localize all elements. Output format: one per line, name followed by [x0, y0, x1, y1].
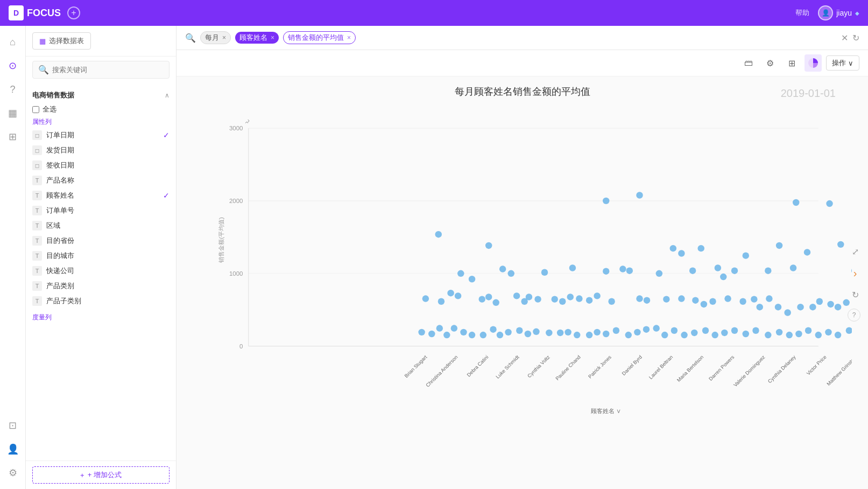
svg-point-143: [846, 327, 852, 334]
select-all-checkbox[interactable]: [32, 106, 39, 113]
field-label: 产品名称: [46, 176, 74, 185]
svg-text:›: ›: [243, 121, 250, 123]
field-customer-name[interactable]: T 顾客姓名 ✓: [26, 188, 176, 203]
svg-point-24: [776, 242, 782, 249]
sidebar-footer: + + 增加公式: [26, 460, 176, 489]
nav-table[interactable]: ⊞: [3, 127, 23, 146]
svg-point-43: [765, 267, 771, 274]
select-table-button[interactable]: ▦ 选择数据表: [32, 32, 91, 50]
logo[interactable]: D FOCUS: [9, 5, 61, 20]
nav-question[interactable]: ?: [3, 80, 23, 99]
field-region[interactable]: T 区域: [26, 218, 176, 233]
svg-point-82: [784, 309, 791, 316]
svg-point-30: [469, 276, 475, 282]
field-receive-date[interactable]: □ 签收日期: [26, 158, 176, 173]
field-dest-city[interactable]: T 目的城市: [26, 248, 176, 263]
svg-point-44: [790, 264, 796, 271]
field-product-cat[interactable]: T 产品类别: [26, 278, 176, 294]
svg-point-119: [603, 331, 609, 337]
svg-point-66: [586, 297, 592, 303]
nav-search[interactable]: ⊙: [3, 56, 23, 75]
field-courier[interactable]: T 快递公司: [26, 263, 176, 278]
sidebar-top: ▦ 选择数据表: [26, 26, 176, 57]
svg-point-135: [765, 332, 771, 338]
keyword-search-input[interactable]: [52, 66, 164, 74]
field-order-date[interactable]: □ 订单日期 ✓: [26, 128, 176, 143]
svg-text:Christina Anderson: Christina Anderson: [425, 354, 459, 388]
add-tab-button[interactable]: +: [67, 6, 80, 19]
svg-point-132: [731, 327, 738, 334]
svg-point-41: [720, 274, 726, 280]
field-order-num[interactable]: T 订单单号: [26, 203, 176, 218]
svg-point-85: [816, 298, 823, 305]
action-button[interactable]: 操作 ∨: [826, 55, 859, 71]
svg-text:Laurel Beltran: Laurel Beltran: [648, 354, 674, 380]
tag-close-icon[interactable]: ×: [347, 34, 351, 41]
nav-home[interactable]: ⌂: [3, 32, 23, 52]
field-dest-province[interactable]: T 目的省份: [26, 233, 176, 248]
svg-point-124: [653, 325, 659, 331]
svg-point-52: [438, 298, 444, 305]
tag-close-icon[interactable]: ×: [271, 34, 274, 41]
search-bar-right: ✕ ↻: [841, 33, 859, 43]
tag-avg-sales[interactable]: 销售金额的平均值 ×: [283, 31, 356, 44]
field-product-name[interactable]: T 产品名称: [26, 173, 176, 188]
date-type-icon: □: [32, 160, 42, 170]
svg-point-63: [559, 298, 566, 305]
help-chart-icon[interactable]: ?: [848, 309, 860, 322]
svg-point-120: [613, 327, 619, 334]
nav-user[interactable]: 👤: [3, 439, 23, 459]
svg-point-130: [711, 332, 718, 338]
keyword-search[interactable]: 🔍: [32, 61, 170, 79]
svg-point-74: [701, 301, 707, 308]
svg-point-122: [634, 329, 640, 336]
svg-text:Pauline Chand: Pauline Chand: [555, 354, 582, 381]
svg-point-61: [534, 296, 541, 302]
nav-chart[interactable]: ▦: [3, 103, 23, 123]
svg-point-104: [460, 329, 467, 336]
logo-icon: D: [9, 5, 24, 20]
field-ship-date[interactable]: □ 发货日期: [26, 143, 176, 158]
user-diamond-icon: ◆: [855, 10, 859, 16]
chart-settings-icon[interactable]: ⚙: [761, 54, 779, 72]
logo-text: FOCUS: [27, 8, 61, 19]
tag-close-icon[interactable]: ×: [222, 34, 226, 41]
select-all-row[interactable]: 全选: [26, 103, 176, 115]
section-header[interactable]: 电商销售数据 ∧: [26, 87, 176, 103]
field-label: 订单单号: [46, 206, 74, 215]
next-page-icon[interactable]: ›: [848, 266, 863, 281]
tag-monthly[interactable]: 每月 ×: [200, 31, 231, 44]
svg-point-72: [678, 295, 684, 302]
svg-text:销售金额(平均值): 销售金额(平均值): [218, 217, 224, 263]
expand-chart-icon[interactable]: ⤢: [848, 244, 863, 259]
svg-point-81: [775, 304, 781, 310]
action-arrow-icon: ∨: [848, 59, 853, 67]
refresh-chart-icon[interactable]: ↻: [848, 287, 863, 302]
sidebar-content: 电商销售数据 ∧ 全选 属性列 □ 订单日期 ✓ □ 发货日期: [26, 83, 176, 460]
svg-point-133: [743, 331, 749, 337]
nav-folder[interactable]: ⊡: [3, 416, 23, 435]
clear-search-icon[interactable]: ✕: [841, 33, 848, 43]
svg-text:Daniel Byrd: Daniel Byrd: [621, 354, 643, 376]
svg-text:Debra Catini: Debra Catini: [466, 354, 490, 378]
chart-right-icons: ⤢ › ↻ ?: [848, 244, 863, 322]
svg-point-126: [671, 327, 678, 334]
refresh-search-icon[interactable]: ↻: [852, 33, 859, 43]
field-product-subcat[interactable]: T 产品子类别: [26, 294, 176, 309]
user-menu[interactable]: 👤 jiayu ◆: [818, 5, 859, 20]
data-source-icon[interactable]: 🗃: [740, 54, 757, 72]
svg-point-77: [739, 298, 746, 305]
svg-point-17: [826, 200, 832, 207]
svg-point-18: [435, 231, 442, 237]
svg-point-142: [835, 332, 841, 338]
svg-point-99: [418, 329, 425, 336]
svg-point-53: [447, 290, 454, 296]
tag-customer-name[interactable]: 顾客姓名 ×: [235, 32, 279, 44]
pie-chart-icon[interactable]: [805, 54, 822, 72]
text-type-icon: T: [32, 266, 42, 276]
help-link[interactable]: 帮助: [795, 8, 809, 18]
add-formula-button[interactable]: + + 增加公式: [32, 466, 170, 484]
svg-point-33: [541, 269, 548, 276]
grid-view-icon[interactable]: ⊞: [783, 54, 800, 72]
nav-settings[interactable]: ⚙: [3, 463, 23, 483]
